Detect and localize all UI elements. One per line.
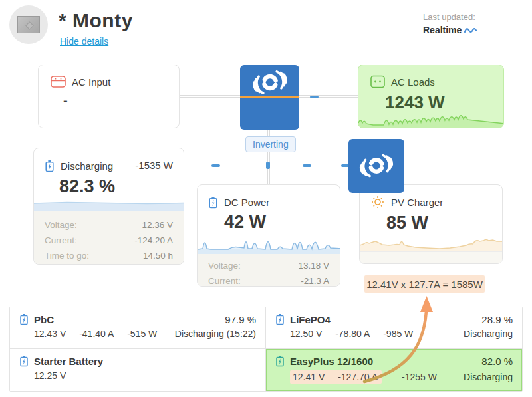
device-name: Starter Battery bbox=[34, 356, 103, 367]
battery-icon bbox=[275, 355, 285, 367]
device-cell-easyplus[interactable]: EasyPlus 12/1600 82.0 % 12.41 V -127.70 … bbox=[266, 349, 522, 391]
device-voltage: 12.50 V bbox=[290, 329, 322, 339]
device-soc: 82.0 % bbox=[481, 356, 513, 367]
victron-logo-icon bbox=[356, 151, 397, 180]
ac-loads-wire bbox=[298, 95, 359, 98]
device-name: LiFePO4 bbox=[290, 314, 331, 325]
flow-indicator bbox=[303, 164, 311, 167]
device-cell-pbc[interactable]: PbC 97.9 % 12.43 V -41.40 A -515 W Disch… bbox=[10, 307, 266, 349]
device-soc: 28.9 % bbox=[481, 314, 513, 325]
dc-power-wire bbox=[267, 166, 270, 186]
ac-input-icon bbox=[51, 75, 66, 88]
device-soc: 97.9 % bbox=[225, 314, 256, 325]
device-status: Discharging (15:22) bbox=[175, 329, 256, 339]
inverter-photo bbox=[17, 16, 40, 33]
dc-current-value: -21.3 A bbox=[301, 273, 329, 287]
ac-loads-value: 1243 W bbox=[385, 92, 445, 113]
battery-voltage-label: Voltage: bbox=[45, 217, 77, 233]
ac-loads-card: AC Loads 1243 W bbox=[358, 65, 504, 128]
victron-logo-icon bbox=[249, 68, 291, 97]
dc-power-sparkline bbox=[198, 229, 340, 255]
realtime-wave-icon bbox=[464, 27, 477, 34]
battery-ttg-value: 14.50 h bbox=[143, 248, 173, 263]
battery-voltage-value: 12.36 V bbox=[142, 217, 173, 233]
device-name: PbC bbox=[34, 314, 54, 325]
battery-soc: 82.3 % bbox=[59, 176, 115, 197]
battery-power: -1535 W bbox=[135, 160, 173, 171]
device-power: -515 W bbox=[127, 329, 157, 339]
battery-icon bbox=[19, 313, 29, 325]
pv-charger-label: PV Charger bbox=[391, 197, 443, 208]
device-power: -985 W bbox=[383, 329, 413, 339]
flow-indicator bbox=[266, 162, 270, 169]
ac-input-wire bbox=[178, 95, 241, 98]
dc-voltage-value: 13.18 V bbox=[298, 258, 329, 273]
pv-charger-value: 85 W bbox=[386, 213, 428, 233]
sun-icon bbox=[370, 195, 385, 209]
battery-current-label: Current: bbox=[45, 233, 77, 248]
realtime-toggle[interactable]: Realtime bbox=[423, 25, 477, 35]
battery-monitor-card: Discharging -1535 W 82.3 % Voltage:12.36… bbox=[33, 148, 184, 265]
device-current: -41.40 A bbox=[79, 329, 114, 339]
device-voltage: 12.41 V bbox=[293, 372, 325, 382]
ac-input-label: AC Input bbox=[72, 76, 110, 88]
ac-line-indicator bbox=[240, 96, 299, 98]
device-voltage: 12.43 V bbox=[34, 329, 66, 339]
ac-loads-icon bbox=[370, 75, 385, 88]
highlighted-values: 12.41 V -127.70 A bbox=[290, 370, 382, 384]
device-cell-lifepo4[interactable]: LiFePO4 28.9 % 12.50 V -78.80 A -985 W D… bbox=[266, 307, 522, 349]
device-current: -78.80 A bbox=[335, 329, 370, 339]
battery-icon bbox=[208, 196, 218, 209]
battery-icon bbox=[45, 160, 55, 172]
battery-icon bbox=[19, 355, 29, 367]
dc-power-label: DC Power bbox=[224, 197, 269, 208]
device-voltage: 12.25 V bbox=[34, 370, 66, 381]
ac-input-card: AC Input - bbox=[38, 65, 180, 128]
dc-voltage-label: Voltage: bbox=[208, 258, 241, 273]
ac-loads-sparkline bbox=[358, 112, 504, 128]
device-status: Discharging bbox=[464, 329, 513, 339]
mppt-device-box bbox=[348, 139, 404, 193]
installation-avatar bbox=[9, 5, 48, 44]
dashboard: * Monty Hide details Last updated: Realt… bbox=[0, 0, 532, 397]
flow-indicator bbox=[310, 96, 319, 98]
battery-icon bbox=[275, 313, 285, 325]
pv-charger-card: PV Charger 85 W bbox=[359, 184, 503, 264]
calculation-annotation: 12.41V x 127.7A = 1585W bbox=[364, 275, 485, 293]
device-status: Discharging bbox=[464, 372, 513, 382]
page-title: * Monty bbox=[59, 9, 133, 32]
device-current: -127.70 A bbox=[338, 372, 378, 382]
device-name: EasyPlus 12/1600 bbox=[290, 356, 373, 367]
ac-input-value: - bbox=[63, 93, 68, 108]
battery-state-label: Discharging bbox=[61, 160, 113, 172]
pv-sparkline bbox=[360, 235, 503, 253]
battery-current-value: -124.20 A bbox=[134, 233, 173, 248]
inverter-status-badge: Inverting bbox=[245, 136, 296, 152]
ac-loads-label: AC Loads bbox=[391, 76, 435, 88]
dc-current-label: Current: bbox=[208, 273, 241, 287]
dc-power-card: DC Power 42 W Voltage:13.18 V Current:-2… bbox=[197, 184, 340, 287]
battery-ttg-label: Time to go: bbox=[45, 248, 89, 263]
hide-details-link[interactable]: Hide details bbox=[60, 36, 108, 47]
last-updated-value: Realtime bbox=[423, 25, 462, 35]
last-updated-label: Last updated: bbox=[423, 12, 477, 22]
inverter-device-box bbox=[240, 65, 299, 130]
device-power: -1255 W bbox=[402, 372, 437, 382]
device-cell-starter-battery[interactable]: Starter Battery 12.25 V bbox=[10, 349, 266, 391]
devices-table: PbC 97.9 % 12.43 V -41.40 A -515 W Disch… bbox=[9, 307, 523, 392]
flow-indicator bbox=[211, 164, 220, 167]
last-updated: Last updated: Realtime bbox=[423, 12, 477, 35]
